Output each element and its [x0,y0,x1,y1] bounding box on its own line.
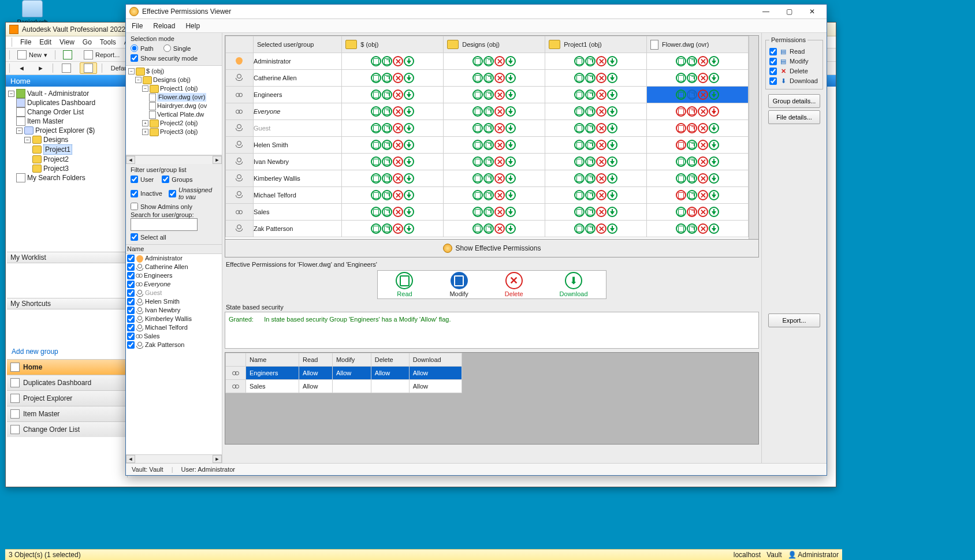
show-effective-button[interactable]: Show Effective Permissions [225,240,759,257]
sidenav-changeorder[interactable]: Change Order List [7,421,126,437]
file-details-button[interactable]: File details... [768,110,820,124]
perm-cell[interactable]: ✕ [444,187,545,204]
name-row[interactable]: Guest [126,289,222,297]
perm-cell[interactable]: ✕ [647,154,749,170]
check-selectall[interactable]: Select all [131,233,217,241]
grid-col-header[interactable]: Project1 (obj) [545,36,647,53]
grid-row[interactable]: Kimberley Wallis✕✕✕✕ [226,170,749,187]
check-modify[interactable]: ▤Modify [769,57,819,65]
vault-menu-go[interactable]: Go [83,38,92,46]
perm-cell[interactable]: ✕ [342,87,444,103]
name-row[interactable]: Kimberley Wallis [126,315,222,323]
tree-explorer[interactable]: −Project Explorer ($) [16,126,126,135]
perm-cell[interactable]: ✕ [342,204,444,221]
grid-row[interactable]: Everyone✕✕✕✕ [226,103,749,120]
state-col-header[interactable]: Read [299,353,333,367]
perm-cell[interactable]: ✕ [444,53,545,70]
minimize-button[interactable]: — [755,6,777,17]
perm-cell[interactable]: ✕ [647,53,749,70]
name-row[interactable]: Engineers [126,271,222,280]
name-row[interactable]: Everyone [126,280,222,289]
perm-cell[interactable]: ✕ [545,70,647,87]
perm-cell[interactable]: ✕ [545,120,647,137]
close-button[interactable]: ✕ [801,6,823,17]
layout2-button[interactable] [80,62,97,74]
new-button[interactable]: New ▾ [13,49,51,61]
perm-cell[interactable]: ✕ [342,53,444,70]
grid-row[interactable]: Ivan Newbry✕✕✕✕ [226,154,749,170]
nav-fwd-button[interactable]: ► [34,64,48,73]
perm-cell[interactable]: ✕ [647,103,749,120]
grid-row[interactable]: Catherine Allen✕✕✕✕ [226,70,749,87]
perm-cell[interactable]: ✕ [545,204,647,221]
perm-cell[interactable]: ✕ [647,120,749,137]
names-hscroll[interactable]: ◄► [126,454,222,463]
name-row[interactable]: Ivan Newbry [126,306,222,315]
grid-col-header[interactable]: Designs (obj) [444,36,545,53]
perm-cell[interactable]: ✕ [342,154,444,170]
sidenav-itemmaster[interactable]: Item Master [7,406,126,421]
report-button[interactable]: Report... [80,49,124,61]
name-row[interactable]: Administrator [126,254,222,263]
search-input[interactable] [131,218,198,231]
name-row[interactable]: Sales [126,332,222,341]
perm-cell[interactable]: ✕ [342,187,444,204]
perm-cell[interactable]: ✕ [647,221,749,237]
perm-cell[interactable]: ✕ [545,154,647,170]
obj-project1[interactable]: −Project1 (obj) [142,84,221,93]
state-col-header[interactable]: Modify [332,353,371,367]
name-row[interactable]: Catherine Allen [126,263,222,271]
perm-cell[interactable]: ✕ [342,103,444,120]
perm-cell[interactable]: ✕ [545,53,647,70]
perm-cell[interactable]: ✕ [545,221,647,237]
grid-row[interactable]: Sales✕✕✕✕ [226,204,749,221]
perm-cell[interactable]: ✕ [545,103,647,120]
name-row[interactable]: Zak Patterson [126,341,222,349]
perm-cell[interactable]: ✕ [545,137,647,154]
tree-designs[interactable]: −Designs [24,135,126,144]
tree-duplicates[interactable]: Duplicates Dashboard [16,98,126,107]
sidenav-explorer[interactable]: Project Explorer [7,390,126,406]
perm-cell[interactable]: ✕ [444,103,545,120]
menu-help[interactable]: Help [185,22,200,30]
grid-col-header[interactable]: $ (obj) [342,36,444,53]
grid-row[interactable]: Zak Patterson✕✕✕✕ [226,221,749,237]
group-details-button[interactable]: Group details... [768,94,820,108]
name-row[interactable]: Helen Smith [126,297,222,306]
perm-cell[interactable]: ✕ [444,170,545,187]
tree-hscroll[interactable]: ◄► [126,155,222,164]
obj-designs[interactable]: −Designs (obj) [135,76,221,84]
perm-cell[interactable]: ✕ [647,204,749,221]
perm-cell[interactable]: ✕ [545,187,647,204]
obj-root[interactable]: −$ (obj) [128,67,221,76]
name-row[interactable]: Michael Telford [126,323,222,332]
shortcuts-header[interactable]: My Shortcuts [7,298,126,309]
perm-cell[interactable]: ✕ [444,137,545,154]
perm-cell[interactable]: ✕ [342,120,444,137]
obj-file-plate[interactable]: Vertical Plate.dw [149,110,221,119]
tree-root[interactable]: −Vault - Administrator [8,89,126,98]
perm-cell[interactable]: ✕ [647,137,749,154]
collapse-icon[interactable]: − [8,91,14,97]
check-admins[interactable]: Show Admins only [131,203,217,210]
perm-cell[interactable]: ✕ [647,87,749,103]
nav-back-button[interactable]: ◄ [14,64,29,73]
state-row[interactable]: SalesAllowAllow [226,380,462,393]
check-download[interactable]: ⬇Download [769,77,819,85]
tree-project2[interactable]: Project2 [32,155,126,164]
tree-search[interactable]: My Search Folders [16,173,126,182]
grid-row[interactable]: Engineers✕✕✕✕ [226,87,749,103]
perm-cell[interactable]: ✕ [545,170,647,187]
grid-row[interactable]: Michael Telford✕✕✕✕ [226,187,749,204]
refresh-button[interactable] [59,49,76,61]
state-col-header[interactable] [226,353,246,367]
export-button[interactable]: Export... [768,313,820,327]
state-col-header[interactable]: Name [246,353,299,367]
worklist-header[interactable]: My Worklist [7,252,126,263]
tree-project1[interactable]: Project1 [32,144,126,155]
layout1-button[interactable] [58,62,75,74]
tree-changeorder[interactable]: Change Order List [16,107,126,117]
check-groups[interactable]: Groups [162,176,192,183]
sidenav-home[interactable]: Home [7,359,126,375]
grid-row[interactable]: Helen Smith✕✕✕✕ [226,137,749,154]
